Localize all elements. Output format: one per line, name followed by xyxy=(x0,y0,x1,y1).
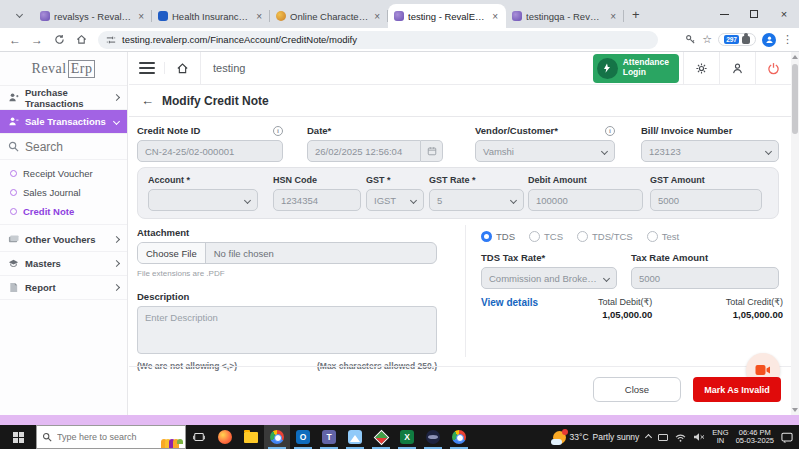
taskbar-search[interactable] xyxy=(36,425,186,449)
reload-icon[interactable] xyxy=(48,31,70,49)
sidebar-search-input[interactable] xyxy=(25,140,111,154)
tds-tax-rate-select[interactable]: Commission and Brokerage 5... xyxy=(481,267,617,289)
start-button[interactable] xyxy=(0,425,36,449)
back-arrow-icon[interactable]: ← xyxy=(141,93,154,108)
taskbar-file-explorer[interactable] xyxy=(238,425,264,449)
sidebar-item-other-vouchers[interactable]: Other Vouchers xyxy=(0,228,127,252)
account-select[interactable] xyxy=(148,189,258,211)
gst-amount-input[interactable] xyxy=(650,189,762,211)
network-icon[interactable] xyxy=(675,433,686,442)
window-close-button[interactable]: × xyxy=(769,0,799,28)
extensions-puzzle-icon[interactable] xyxy=(742,36,750,44)
mark-as-invalid-button[interactable]: Mark As Invalid xyxy=(693,377,781,402)
site-settings-icon[interactable] xyxy=(106,35,116,45)
window-minimize-button[interactable] xyxy=(709,0,739,28)
home-nav-icon[interactable] xyxy=(165,52,201,85)
tab-search-button[interactable] xyxy=(6,4,32,24)
sidebar-search[interactable] xyxy=(0,134,127,160)
search-highlight-flowers[interactable] xyxy=(163,439,183,448)
radio-tds-tcs[interactable]: TDS/TCS xyxy=(577,231,633,242)
bill-invoice-select[interactable]: 123123 xyxy=(641,140,779,162)
gst-select[interactable]: IGST xyxy=(366,189,424,211)
profile-avatar[interactable] xyxy=(762,33,776,47)
total-credit-block: Total Credit(₹) 1,05,000.00 xyxy=(726,297,783,320)
taskbar-teams[interactable]: T xyxy=(316,425,342,449)
sidebar-item-masters[interactable]: Masters xyxy=(0,252,127,276)
date-input[interactable] xyxy=(307,140,421,162)
new-tab-button[interactable]: + xyxy=(632,7,640,22)
tab-close-icon[interactable]: × xyxy=(490,11,500,22)
settings-gear-icon[interactable] xyxy=(683,52,719,85)
forward-icon[interactable]: → xyxy=(26,31,48,49)
weather-widget[interactable]: 33°C Partly sunny xyxy=(553,431,640,444)
notification-center-icon[interactable] xyxy=(781,432,793,443)
close-button[interactable]: Close xyxy=(593,377,681,402)
taskbar-diff-tool[interactable] xyxy=(368,425,394,449)
hamburger-menu-icon[interactable] xyxy=(129,62,165,74)
attendance-login-button[interactable]: AttendanceLogin xyxy=(593,54,679,83)
taskbar-db-tool[interactable] xyxy=(420,425,446,449)
browser-tab-2[interactable]: Health Insurance Portability × xyxy=(152,4,270,28)
taskbar-outlook[interactable]: O xyxy=(290,425,316,449)
taskbar-excel[interactable]: X xyxy=(394,425,420,449)
tab-close-icon[interactable]: × xyxy=(608,11,618,22)
key-icon[interactable] xyxy=(685,34,696,45)
volume-muted-icon[interactable] xyxy=(693,432,705,442)
tab-close-icon[interactable]: × xyxy=(372,11,382,22)
windows-logo-icon xyxy=(13,432,24,443)
scroll-up-arrow[interactable] xyxy=(792,55,798,59)
language-indicator[interactable]: ENGIN xyxy=(712,429,728,446)
taskbar-search-input[interactable] xyxy=(57,432,141,442)
logout-power-icon[interactable] xyxy=(755,52,791,85)
tax-rate-amount-input[interactable] xyxy=(631,267,779,289)
taskbar-photos[interactable] xyxy=(342,425,368,449)
browser-tab-1[interactable]: revalsys - RevalERP - Add Ti × xyxy=(34,4,152,28)
hsn-code-input[interactable] xyxy=(273,189,361,211)
vertical-scrollbar[interactable] xyxy=(791,52,799,415)
extensions-pill[interactable]: 297 xyxy=(718,33,756,46)
outlook-icon: O xyxy=(296,430,310,444)
gst-rate-select[interactable]: 5 xyxy=(429,189,524,211)
choose-file-button[interactable]: Choose File xyxy=(138,243,206,263)
debit-amount-input[interactable] xyxy=(528,189,643,211)
home-icon[interactable] xyxy=(70,31,92,49)
sidebar-item-credit-note[interactable]: Credit Note xyxy=(0,202,127,221)
tab-close-icon[interactable]: × xyxy=(254,11,264,22)
browser-menu-icon[interactable]: ⋮ xyxy=(782,33,793,46)
calendar-icon[interactable] xyxy=(421,140,443,162)
radio-tds[interactable]: TDS xyxy=(481,231,515,242)
pen-tablet-icon[interactable] xyxy=(658,434,668,441)
page-bottom-band xyxy=(0,415,799,425)
browser-tab-active[interactable]: testing - RevalERP - Modify × xyxy=(388,4,506,28)
sidebar-item-purchase-transactions[interactable]: Purchase Transactions xyxy=(0,86,127,110)
tab-close-icon[interactable]: × xyxy=(136,11,146,22)
sidebar-item-receipt-voucher[interactable]: Receipt Voucher xyxy=(0,164,127,183)
window-maximize-button[interactable] xyxy=(739,0,769,28)
vendor-customer-select[interactable]: Vamshi xyxy=(475,140,615,162)
taskbar-chrome-2[interactable] xyxy=(446,425,472,449)
clock[interactable]: 06:46 PM05-03-2025 xyxy=(736,429,774,446)
address-bar[interactable]: testing.revalerp.com/FinanceAccount/Cred… xyxy=(98,31,658,49)
info-icon[interactable]: i xyxy=(605,126,615,136)
view-details-link[interactable]: View details xyxy=(481,297,538,320)
file-upload-field[interactable]: Choose File No file chosen xyxy=(137,242,437,264)
taskbar-chrome[interactable] xyxy=(264,425,290,449)
sidebar-item-sales-journal[interactable]: Sales Journal xyxy=(0,183,127,202)
bookmark-star-icon[interactable]: ☆ xyxy=(702,33,712,46)
back-icon[interactable]: ← xyxy=(4,31,26,49)
browser-tab-3[interactable]: Online Character Count Tool × xyxy=(270,4,388,28)
user-profile-icon[interactable] xyxy=(719,52,755,85)
task-view-button[interactable] xyxy=(186,425,212,449)
scroll-down-arrow[interactable] xyxy=(792,408,798,412)
description-textarea[interactable] xyxy=(137,306,437,354)
credit-note-id-input[interactable] xyxy=(137,140,283,162)
radio-tcs[interactable]: TCS xyxy=(529,231,563,242)
info-icon[interactable]: i xyxy=(273,126,283,136)
sidebar-item-sale-transactions[interactable]: Sale Transactions xyxy=(0,110,127,134)
radio-test[interactable]: Test xyxy=(647,231,679,242)
scrollbar-thumb[interactable] xyxy=(792,64,798,134)
browser-tab-5[interactable]: testingqa - RevalERP - Finan × xyxy=(506,4,624,28)
sidebar-item-report[interactable]: Report xyxy=(0,276,127,300)
tray-expand-icon[interactable] xyxy=(645,433,652,440)
taskbar-firefox[interactable] xyxy=(212,425,238,449)
